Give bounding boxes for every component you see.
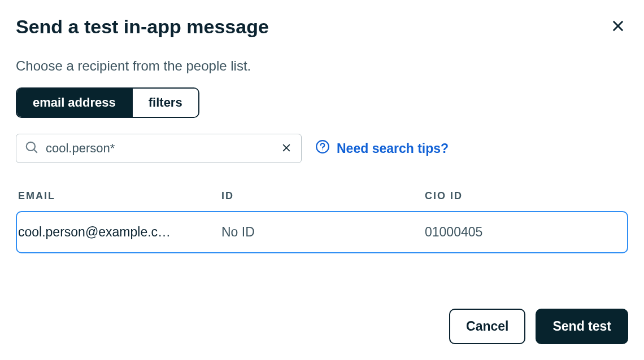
cell-id: No ID [221,225,425,240]
column-header-id: ID [221,190,425,202]
svg-line-1 [34,150,37,153]
modal-header: Send a test in-app message [16,16,628,38]
modal-subtitle: Choose a recipient from the people list. [16,58,628,74]
search-input[interactable] [46,141,280,156]
search-tips-label: Need search tips? [337,141,449,156]
search-mode-toggle: email address filters [16,87,199,118]
table-header-row: EMAIL ID CIO ID [16,190,628,211]
cell-email: cool.person@example.c… [18,225,221,240]
send-test-button[interactable]: Send test [536,309,628,344]
segment-filters[interactable]: filters [133,89,198,117]
search-row: Need search tips? [16,134,628,163]
search-icon [24,140,39,157]
close-icon [610,27,626,36]
column-header-cio-id: CIO ID [425,190,626,202]
search-box [16,134,302,163]
help-circle-icon [315,139,330,157]
column-header-email: EMAIL [18,190,221,202]
svg-point-0 [27,142,35,151]
cancel-button[interactable]: Cancel [449,309,525,344]
modal-footer: Cancel Send test [449,309,628,344]
results-table: EMAIL ID CIO ID cool.person@example.c… N… [16,190,628,253]
table-row[interactable]: cool.person@example.c… No ID 01000405 [16,211,628,253]
cell-cio-id: 01000405 [425,225,621,240]
clear-search-button[interactable] [280,141,293,156]
segment-email-address[interactable]: email address [17,89,133,117]
modal-title: Send a test in-app message [16,16,269,38]
search-tips-link[interactable]: Need search tips? [315,139,449,157]
x-icon [281,147,292,155]
svg-point-3 [322,150,323,150]
close-button[interactable] [608,16,628,38]
